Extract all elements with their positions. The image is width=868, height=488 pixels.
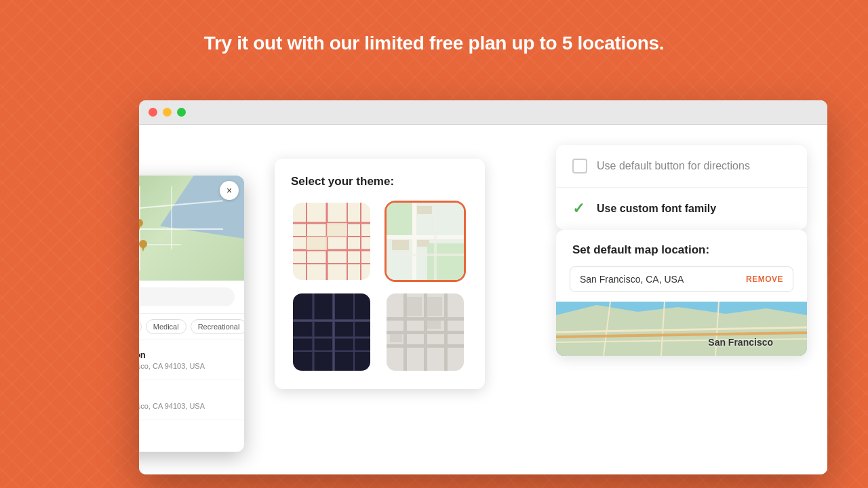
browser-btn-green[interactable] (177, 108, 186, 117)
svg-rect-38 (434, 203, 437, 282)
location-address-1: 12345 Brand St, San Francisco, CA 94103,… (139, 362, 233, 370)
theme-panel: Select your theme: (275, 159, 485, 389)
theme-gray[interactable] (384, 291, 466, 373)
browser-btn-yellow[interactable] (163, 108, 172, 117)
svg-rect-61 (390, 334, 402, 342)
search-box: 🔍 Search... (139, 281, 244, 314)
location-input-row: San Francisco, CA, USA REMOVE (570, 266, 793, 292)
headline: Try it out with our limited free plan up… (0, 0, 868, 75)
browser-content: San Francisco (139, 125, 827, 474)
svg-rect-34 (387, 203, 414, 237)
svg-rect-57 (424, 293, 427, 373)
option-label-custom-font: Use custom font family (597, 203, 716, 215)
checkbox-default-button[interactable] (572, 159, 587, 174)
svg-rect-40 (417, 206, 432, 214)
location-value: San Francisco, CA, USA (580, 274, 684, 285)
option-label-default-button: Use default button for directions (597, 160, 750, 172)
location-name-2: BASA Collective (139, 390, 233, 400)
svg-rect-59 (407, 297, 422, 316)
svg-rect-58 (444, 293, 448, 373)
filter-medical[interactable]: Medical (146, 319, 186, 334)
location-name-3: Blum Oakland (139, 430, 233, 440)
svg-rect-39 (387, 253, 466, 256)
svg-rect-56 (403, 293, 407, 373)
svg-rect-42 (392, 240, 409, 250)
options-panel: Use default button for directions Use cu… (556, 145, 807, 230)
map-widget: San Francisco (139, 176, 244, 452)
mini-map: San Francisco (556, 302, 807, 356)
option-row-2: Use custom font family (556, 188, 807, 230)
map-location-panel: Set default map location: San Francisco,… (556, 230, 807, 356)
svg-rect-35 (427, 243, 466, 282)
theme-title: Select your theme: (291, 175, 469, 188)
map-area: San Francisco (139, 176, 244, 281)
theme-grid (291, 201, 469, 373)
location-item-2[interactable]: BASA Collective 12345 Brand St, San Fran… (139, 380, 244, 420)
remove-button[interactable]: REMOVE (746, 274, 783, 284)
filter-recreational[interactable]: Recreational (191, 319, 244, 334)
svg-rect-62 (427, 297, 442, 316)
map-location-header: Set default map location: (556, 230, 807, 266)
checkbox-custom-font[interactable] (572, 201, 587, 216)
svg-rect-32 (307, 237, 327, 250)
theme-light[interactable] (291, 201, 372, 282)
filter-delivery[interactable]: Delivery (139, 319, 142, 334)
location-item-1[interactable]: Barbary Coast - Mission 12345 Brand St, … (139, 340, 244, 380)
svg-marker-9 (139, 223, 142, 230)
option-row-1: Use default button for directions (556, 145, 807, 188)
svg-rect-31 (327, 223, 347, 237)
location-item-3[interactable]: Blum Oakland (139, 420, 244, 452)
mini-map-label: San Francisco (708, 337, 773, 348)
theme-dark[interactable] (291, 291, 372, 373)
svg-rect-36 (412, 203, 416, 282)
svg-marker-17 (140, 244, 146, 251)
browser-btn-red[interactable] (149, 108, 157, 117)
location-address-2: 12345 Brand St, San Francisco, CA 94103,… (139, 402, 233, 410)
close-button[interactable]: × (220, 181, 239, 200)
location-name-1: Barbary Coast - Mission (139, 350, 233, 360)
filter-tags: Dispensary Delivery Medical Recreational (139, 314, 244, 340)
browser-window: San Francisco (139, 100, 827, 474)
svg-rect-37 (387, 235, 466, 239)
svg-rect-60 (427, 321, 441, 329)
search-input-wrap[interactable]: 🔍 Search... (139, 287, 235, 306)
theme-teal[interactable] (384, 201, 466, 282)
browser-titlebar (139, 100, 827, 125)
svg-rect-41 (417, 240, 429, 247)
location-list: Barbary Coast - Mission 12345 Brand St, … (139, 340, 244, 452)
